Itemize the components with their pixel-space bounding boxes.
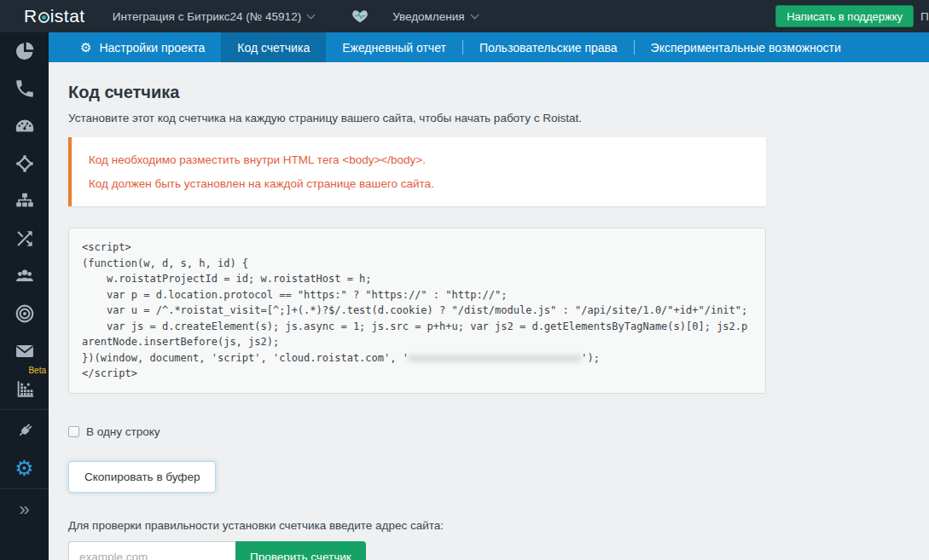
verify-row: Проверить счетчик xyxy=(68,541,929,560)
notifications-menu[interactable]: Уведомления xyxy=(392,10,477,23)
beta-badge: Beta xyxy=(28,366,46,375)
one-line-checkbox-row[interactable]: В одну строку xyxy=(68,425,929,438)
tab-daily-report[interactable]: Ежедневный отчет xyxy=(326,32,462,62)
pie-chart-icon xyxy=(14,40,36,62)
sidebar-item-integrations[interactable] xyxy=(0,412,49,449)
crosshair-icon xyxy=(14,153,36,175)
logo-suffix: istat xyxy=(50,6,85,26)
code-line: var js = d.createElement(s); js.async = … xyxy=(82,319,752,350)
mail-icon xyxy=(14,340,36,362)
logo-prefix: R xyxy=(24,6,38,26)
users-icon xyxy=(14,265,36,287)
warning-line: Код должен быть установлен на каждой стр… xyxy=(89,177,749,190)
counter-code-block[interactable]: <script> (function(w, d, s, h, id) { w.r… xyxy=(68,228,766,394)
sidebar-divider xyxy=(0,488,49,489)
sidebar-item-dashboard[interactable] xyxy=(0,107,49,145)
sidebar-item-scenarios[interactable] xyxy=(0,220,49,257)
one-line-checkbox[interactable] xyxy=(68,426,79,437)
code-line: (function(w, d, s, h, id) { xyxy=(82,256,752,272)
project-selector[interactable]: Интеграция с Битрикс24 (№ 45912) xyxy=(113,10,314,23)
code-line: </script> xyxy=(82,366,752,382)
notifications-label: Уведомления xyxy=(392,10,464,23)
sidebar-item-structure[interactable] xyxy=(0,182,49,220)
sidebar-item-goals[interactable] xyxy=(0,295,49,332)
masked-project-id: xxxxxxxxxxxxxxxxxxxxxxxxxxxx xyxy=(409,352,581,364)
code-line: <script> xyxy=(82,240,752,256)
sidebar-divider xyxy=(0,409,49,410)
truncated-menu-item[interactable]: П xyxy=(920,10,929,23)
copy-to-clipboard-button[interactable]: Скопировать в буфер xyxy=(68,461,216,493)
tab-label: Экспериментальные возможности xyxy=(651,41,841,55)
tab-user-rights[interactable]: Пользовательские права xyxy=(463,32,634,62)
tab-label: Настройки проекта xyxy=(99,41,205,55)
speedometer-icon xyxy=(14,115,36,137)
heart-pulse-icon xyxy=(351,8,369,25)
sidebar-item-settings-active[interactable]: ⚙ xyxy=(0,449,49,487)
site-url-input[interactable] xyxy=(68,541,235,560)
one-line-checkbox-label: В одну строку xyxy=(86,425,160,438)
gear-icon: ⚙ xyxy=(15,458,33,479)
support-button[interactable]: Написать в поддержку xyxy=(775,5,914,27)
double-chevron-icon: » xyxy=(19,500,29,519)
verify-instruction: Для проверки правильности установки счет… xyxy=(68,519,929,532)
shuffle-icon xyxy=(14,228,36,250)
sidebar-item-email[interactable] xyxy=(0,332,49,370)
target-icon xyxy=(14,303,36,325)
tab-label: Пользовательские права xyxy=(479,41,618,55)
tab-label: Ежедневный отчет xyxy=(342,41,446,55)
sidebar-item-tracking[interactable] xyxy=(0,145,49,182)
plug-icon xyxy=(14,419,36,442)
page-title: Код счетчика xyxy=(68,83,929,102)
gear-icon: ⚙ xyxy=(80,40,91,55)
sidebar-item-reports-beta[interactable]: Beta xyxy=(0,370,49,407)
sitemap-icon xyxy=(14,190,36,212)
bar-chart-icon xyxy=(14,378,36,400)
tab-label: Код счетчика xyxy=(237,41,310,55)
sidebar: Beta ⚙ » xyxy=(0,32,49,560)
code-text: '); xyxy=(581,352,600,364)
tab-experimental[interactable]: Экспериментальные возможности xyxy=(635,32,857,62)
chevron-down-icon xyxy=(470,10,479,19)
page-subtitle: Установите этот код счетчика на каждую с… xyxy=(68,112,929,124)
code-line: var p = d.location.protocol == "https:" … xyxy=(82,287,752,303)
code-line-with-masked-id: })(window, document, 'script', 'cloud.ro… xyxy=(82,350,752,367)
code-line: var u = /^.*roistat_visit=[^;]+(.*)?$/.t… xyxy=(82,303,752,319)
code-line: w.roistatProjectId = id; w.roistatHost =… xyxy=(82,271,752,287)
logo-o-icon xyxy=(38,12,49,23)
tab-project-settings[interactable]: ⚙ Настройки проекта xyxy=(64,32,221,62)
code-text: })(window, document, 'script', 'cloud.ro… xyxy=(82,352,409,364)
sidebar-item-calls[interactable] xyxy=(0,70,49,107)
sidebar-collapse-toggle[interactable]: » xyxy=(0,491,49,528)
warning-box: Код необходимо разместить внутри HTML те… xyxy=(68,137,766,206)
sidebar-item-analytics[interactable] xyxy=(0,32,49,70)
warning-line: Код необходимо разместить внутри HTML те… xyxy=(89,153,749,166)
phone-icon xyxy=(14,78,36,100)
project-selector-label: Интеграция с Битрикс24 (№ 45912) xyxy=(113,10,301,23)
main-content: Код счетчика Установите этот код счетчик… xyxy=(49,62,929,560)
settings-nav: ⚙ Настройки проекта Код счетчика Ежеднев… xyxy=(49,32,929,62)
chevron-down-icon xyxy=(307,10,316,19)
health-status[interactable] xyxy=(351,8,369,25)
sidebar-item-audience[interactable] xyxy=(0,257,49,295)
verify-counter-button[interactable]: Проверить счетчик xyxy=(235,541,366,560)
tab-counter-code[interactable]: Код счетчика xyxy=(221,32,326,62)
roistat-logo[interactable]: Ristat xyxy=(24,6,85,26)
topbar: Ristat Интеграция с Битрикс24 (№ 45912) … xyxy=(0,0,929,32)
